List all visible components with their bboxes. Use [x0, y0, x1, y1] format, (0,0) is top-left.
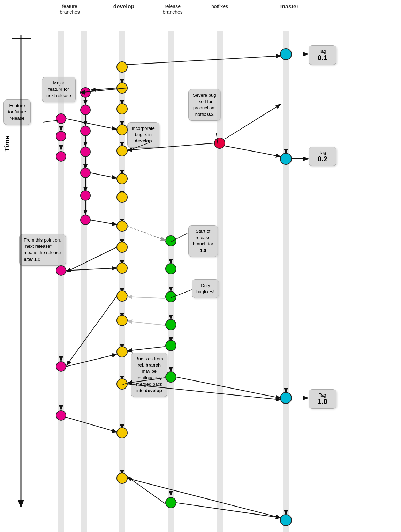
svg-point-25: [117, 104, 127, 114]
svg-point-43: [280, 153, 292, 164]
svg-point-29: [117, 192, 127, 202]
svg-point-54: [56, 131, 66, 141]
svg-line-101: [67, 247, 117, 272]
svg-line-91: [127, 478, 280, 518]
svg-line-92: [176, 503, 280, 518]
svg-line-110: [43, 120, 58, 122]
svg-point-32: [117, 263, 127, 273]
svg-line-102: [67, 296, 117, 365]
svg-point-68: [81, 147, 90, 157]
svg-point-23: [117, 62, 127, 72]
svg-point-31: [117, 242, 127, 252]
svg-point-55: [56, 152, 66, 161]
svg-point-80: [166, 291, 176, 302]
svg-line-89: [127, 384, 280, 400]
svg-point-45: [280, 515, 292, 526]
svg-point-71: [81, 215, 90, 225]
svg-point-79: [166, 264, 176, 274]
svg-line-90: [176, 377, 280, 398]
svg-point-67: [81, 126, 90, 136]
svg-point-44: [280, 392, 292, 404]
svg-line-87: [225, 105, 280, 139]
svg-line-97: [90, 173, 116, 178]
svg-line-93: [66, 119, 116, 129]
svg-line-108: [128, 477, 165, 504]
svg-point-37: [117, 428, 127, 438]
svg-point-82: [166, 340, 176, 351]
svg-line-106: [128, 347, 165, 351]
svg-line-88: [225, 146, 280, 156]
svg-point-78: [166, 236, 176, 246]
svg-point-36: [117, 379, 127, 389]
svg-line-100: [66, 417, 116, 432]
svg-line-104: [128, 297, 165, 298]
svg-point-26: [117, 125, 127, 135]
svg-point-84: [166, 497, 176, 508]
svg-point-38: [117, 473, 127, 483]
svg-point-57: [56, 362, 66, 371]
svg-point-81: [166, 319, 176, 330]
svg-point-85: [214, 138, 225, 148]
svg-point-35: [117, 347, 127, 357]
svg-point-69: [81, 168, 90, 178]
svg-point-42: [280, 49, 292, 60]
svg-point-27: [117, 146, 127, 156]
svg-point-30: [117, 221, 127, 231]
svg-point-33: [117, 291, 127, 301]
svg-point-28: [117, 173, 127, 184]
svg-line-105: [128, 321, 165, 325]
svg-point-56: [56, 266, 66, 275]
svg-line-107: [128, 378, 165, 383]
svg-point-58: [56, 411, 66, 420]
svg-point-83: [166, 372, 176, 382]
svg-line-86: [127, 56, 280, 65]
svg-point-66: [81, 105, 90, 115]
svg-point-53: [56, 114, 66, 124]
svg-point-34: [117, 315, 127, 326]
svg-line-96: [90, 220, 116, 224]
svg-line-103: [127, 226, 165, 240]
svg-point-70: [81, 191, 90, 200]
